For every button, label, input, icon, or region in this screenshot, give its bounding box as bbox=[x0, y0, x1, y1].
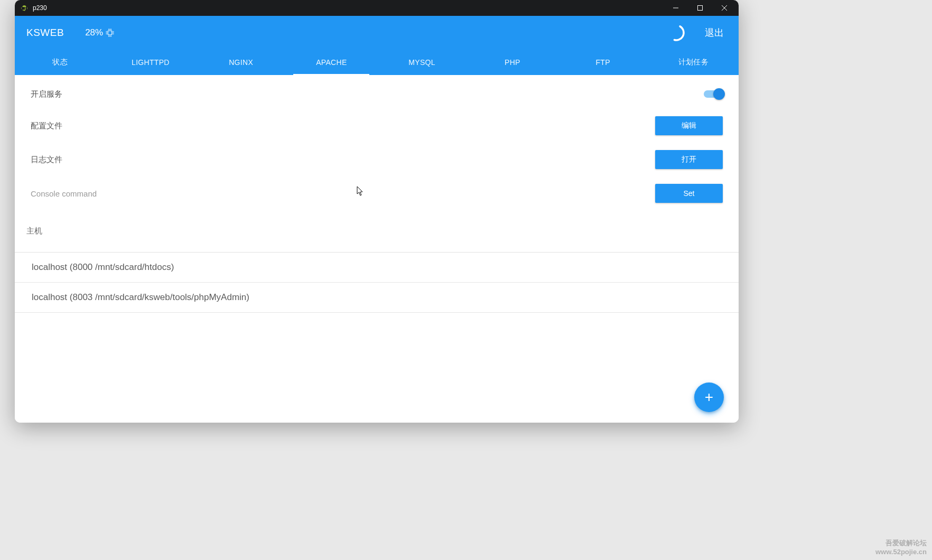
svg-rect-4 bbox=[108, 31, 112, 35]
cpu-icon bbox=[105, 28, 115, 38]
titlebar: p230 bbox=[15, 0, 739, 16]
tab-apache[interactable]: APACHE bbox=[286, 50, 377, 75]
row-log-file: 日志文件 打开 bbox=[15, 143, 739, 176]
host-item[interactable]: localhost (8003 /mnt/sdcard/ksweb/tools/… bbox=[15, 283, 739, 313]
tab-php[interactable]: PHP bbox=[467, 50, 557, 75]
tab-status[interactable]: 状态 bbox=[15, 50, 105, 75]
app-brand: KSWEB bbox=[26, 27, 64, 39]
set-console-button[interactable]: Set bbox=[655, 184, 723, 203]
label-log-file: 日志文件 bbox=[31, 155, 655, 165]
app-window: p230 KSWEB 28% bbox=[15, 0, 739, 423]
enable-service-switch[interactable] bbox=[704, 89, 723, 99]
svg-rect-1 bbox=[698, 6, 703, 11]
settings-list: 开启服务 配置文件 编辑 日志文件 打开 Console c bbox=[15, 75, 739, 210]
cpu-percent-value: 28% bbox=[85, 27, 103, 38]
tab-scheduled[interactable]: 计划任务 bbox=[648, 50, 739, 75]
maximize-button[interactable] bbox=[688, 0, 712, 16]
minimize-button[interactable] bbox=[664, 0, 688, 16]
tab-ftp[interactable]: FTP bbox=[558, 50, 648, 75]
tab-nginx[interactable]: NGINX bbox=[196, 50, 286, 75]
cpu-usage: 28% bbox=[85, 27, 115, 38]
open-log-button[interactable]: 打开 bbox=[655, 150, 723, 169]
android-icon bbox=[20, 4, 29, 12]
plus-icon: + bbox=[705, 389, 713, 406]
window-title: p230 bbox=[33, 4, 47, 12]
watermark-line1: 吾爱破解论坛 bbox=[875, 539, 927, 548]
row-enable-service: 开启服务 bbox=[15, 79, 739, 109]
row-config-file: 配置文件 编辑 bbox=[15, 109, 739, 143]
close-button[interactable] bbox=[712, 0, 737, 16]
tab-mysql[interactable]: MYSQL bbox=[377, 50, 467, 75]
logout-button[interactable]: 退出 bbox=[700, 23, 729, 42]
app-header: KSWEB 28% bbox=[15, 16, 739, 50]
tab-bar: 状态 LIGHTTPD NGINX APACHE MYSQL PHP FTP 计… bbox=[15, 50, 739, 75]
label-enable-service: 开启服务 bbox=[31, 89, 704, 99]
edit-config-button[interactable]: 编辑 bbox=[655, 116, 723, 135]
row-console-command: Console command Set bbox=[15, 176, 739, 210]
hosts-list: localhost (8000 /mnt/sdcard/htdocs) loca… bbox=[15, 253, 739, 313]
loading-spinner-icon bbox=[666, 22, 687, 43]
add-host-fab[interactable]: + bbox=[694, 382, 724, 412]
label-console-command: Console command bbox=[31, 189, 655, 198]
watermark: 吾爱破解论坛 www.52pojie.cn bbox=[875, 539, 927, 557]
content-area: 开启服务 配置文件 编辑 日志文件 打开 Console c bbox=[15, 75, 739, 423]
tab-lighttpd[interactable]: LIGHTTPD bbox=[105, 50, 195, 75]
label-config-file: 配置文件 bbox=[31, 121, 655, 131]
svg-point-17 bbox=[667, 23, 686, 42]
watermark-line2: www.52pojie.cn bbox=[875, 548, 927, 557]
host-item[interactable]: localhost (8000 /mnt/sdcard/htdocs) bbox=[15, 253, 739, 283]
hosts-section-title: 主机 bbox=[15, 210, 739, 246]
